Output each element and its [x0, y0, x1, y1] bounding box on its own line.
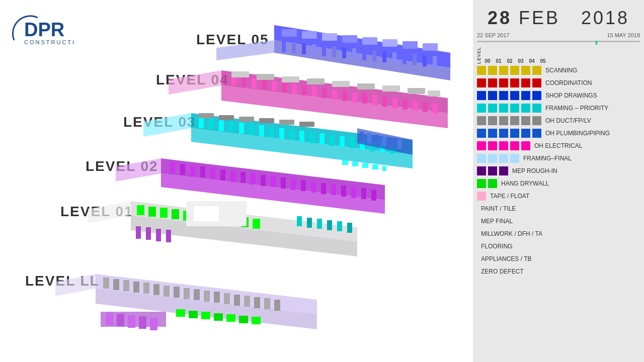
- svg-rect-109: [240, 172, 246, 183]
- svg-rect-164: [174, 287, 180, 298]
- svg-rect-50: [403, 100, 408, 110]
- svg-rect-169: [224, 293, 230, 304]
- mep-rough-label: MEP ROUGH-IN: [512, 167, 557, 174]
- coordination-label: COORDINATION: [545, 79, 592, 86]
- oh-plumbing-label: OH PLUMBING/PIPING: [545, 130, 610, 137]
- legend-row-framing-final: FRAMING–FINAL: [477, 153, 640, 164]
- legend-row-flooring: FLOORING: [477, 241, 640, 252]
- swatch: [532, 104, 541, 113]
- oh-duct-label: OH DUCT/FP/LV: [545, 117, 591, 124]
- svg-rect-93: [360, 132, 364, 142]
- svg-rect-108: [230, 171, 235, 182]
- date-display: 28 FEB 2018: [478, 8, 639, 29]
- svg-rect-34: [242, 77, 247, 87]
- swatch: [477, 91, 486, 100]
- svg-rect-158: [113, 279, 119, 290]
- svg-rect-187: [150, 318, 157, 330]
- svg-rect-90: [279, 120, 294, 125]
- swatch: [521, 116, 530, 125]
- svg-rect-37: [272, 81, 277, 91]
- svg-rect-176: [189, 311, 198, 318]
- oh-electrical-label: OH ELECTRICAL: [534, 142, 582, 149]
- date-day: 28: [488, 8, 512, 28]
- svg-rect-116: [311, 182, 316, 193]
- swatch: [499, 78, 508, 87]
- swatch: [499, 154, 508, 163]
- svg-rect-152: [156, 229, 161, 241]
- svg-rect-96: [382, 136, 386, 146]
- swatch: [488, 129, 497, 138]
- legend-row-mep-final: MEP FINAL: [477, 216, 640, 227]
- svg-rect-17: [312, 44, 316, 55]
- tape-float-swatches: [477, 192, 486, 201]
- svg-rect-76: [299, 131, 304, 142]
- level-num-02: 02: [505, 58, 514, 64]
- svg-rect-91: [299, 122, 314, 127]
- svg-rect-43: [332, 89, 337, 100]
- framing-final-label: FRAMING–FINAL: [523, 155, 572, 162]
- svg-rect-67: [209, 119, 214, 130]
- svg-rect-126: [372, 164, 378, 169]
- level-num-00: 00: [483, 58, 492, 64]
- svg-rect-119: [341, 186, 346, 197]
- legend-row-framing-priority: FRAMING – PRIORITY: [477, 103, 640, 114]
- svg-rect-14: [282, 41, 286, 52]
- swatch: [488, 104, 497, 113]
- swatch: [499, 141, 508, 150]
- appliances-label: APPLIANCES / TB: [481, 255, 531, 262]
- svg-rect-98: [397, 139, 401, 149]
- svg-rect-62: [428, 90, 440, 97]
- svg-rect-46: [362, 94, 367, 104]
- svg-rect-166: [194, 289, 200, 300]
- level-num-01: 01: [494, 58, 503, 64]
- svg-rect-177: [201, 312, 210, 319]
- svg-rect-121: [361, 188, 366, 199]
- swatch: [488, 66, 497, 75]
- swatch: [532, 129, 541, 138]
- hang-drywall-swatches: [477, 179, 497, 188]
- svg-rect-10: [362, 37, 377, 45]
- svg-rect-68: [219, 120, 224, 131]
- level-num-03: 03: [516, 58, 525, 64]
- legend-row-tape-float: TAPE / FLOAT: [477, 191, 640, 202]
- svg-rect-173: [264, 298, 270, 309]
- svg-rect-69: [229, 121, 234, 132]
- svg-rect-48: [382, 97, 387, 107]
- swatch: [499, 66, 508, 75]
- swatch: [521, 66, 530, 75]
- svg-rect-6: [282, 29, 297, 37]
- svg-rect-103: [180, 164, 185, 175]
- legend-row-mep-rough: MEP ROUGH-IN: [477, 165, 640, 176]
- svg-rect-23: [372, 50, 376, 61]
- svg-rect-114: [291, 179, 296, 190]
- svg-rect-153: [166, 230, 171, 242]
- svg-rect-13: [423, 43, 438, 51]
- swatch: [477, 116, 486, 125]
- date-range-start: 22 SEP 2017: [477, 32, 510, 38]
- hang-drywall-label: HANG DRYWALL: [501, 180, 549, 187]
- svg-rect-180: [239, 316, 248, 323]
- svg-rect-42: [322, 88, 327, 98]
- svg-rect-170: [234, 295, 240, 306]
- timeline-bar: [477, 41, 640, 45]
- svg-rect-52: [423, 102, 428, 112]
- svg-rect-141: [253, 219, 260, 229]
- building-visualization-panel: DPR CONSTRUCTION LEVEL 05: [0, 0, 473, 362]
- svg-rect-110: [251, 173, 256, 185]
- swatch: [477, 154, 486, 163]
- svg-rect-89: [259, 118, 274, 123]
- framing-final-swatches: [477, 154, 519, 163]
- svg-rect-73: [269, 127, 274, 138]
- svg-rect-146: [317, 219, 322, 229]
- swatch: [488, 91, 497, 100]
- svg-rect-149: [347, 223, 352, 233]
- svg-rect-175: [176, 309, 185, 317]
- svg-rect-160: [133, 282, 139, 293]
- swatch: [510, 141, 519, 150]
- svg-rect-40: [302, 85, 307, 96]
- legend-row-appliances: APPLIANCES / TB: [477, 253, 640, 264]
- svg-rect-147: [327, 220, 332, 230]
- legend-row-millwork: MILLWORK / DFH / TA: [477, 228, 640, 239]
- svg-rect-70: [239, 123, 244, 134]
- svg-rect-95: [375, 135, 379, 145]
